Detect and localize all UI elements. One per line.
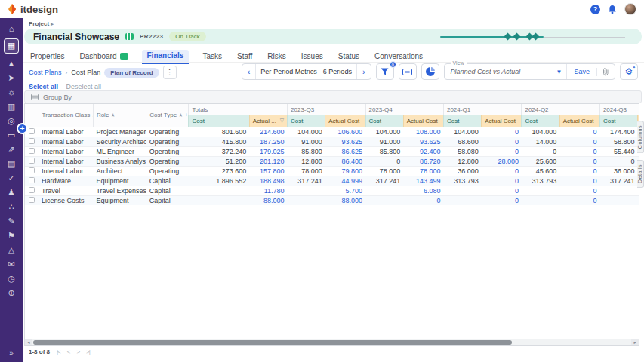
sidebar-item-trend-icon[interactable]: ⇗	[4, 145, 19, 154]
cost-column-header[interactable]: Cost	[443, 115, 481, 127]
actual-cost-value-cell[interactable]: 0	[559, 195, 599, 205]
actual-cost-value-cell[interactable]: 0	[559, 127, 599, 137]
actual-cost-value-cell[interactable]: 11.780	[249, 186, 287, 195]
project-health-badge-icon[interactable]	[125, 33, 134, 40]
columns-panel-tab[interactable]: Columns	[637, 121, 644, 153]
scroll-right-icon[interactable]: ▸	[631, 339, 639, 345]
actual-cost-value-cell[interactable]: 108.000	[403, 127, 443, 137]
add-column-icon[interactable]: +	[185, 112, 188, 118]
sidebar-item-clipboard-icon[interactable]: ▤	[4, 159, 19, 168]
view-dropdown-caret-icon[interactable]: ▼	[556, 69, 567, 75]
actual-cost-value-cell[interactable]: 214.600	[249, 127, 287, 137]
actual-cost-value-cell[interactable]: 93.625	[325, 137, 365, 146]
actual-cost-value-cell[interactable]: 187.250	[249, 137, 287, 146]
actual-cost-column-header[interactable]: Actual Cost	[559, 115, 599, 127]
sidebar-item-portfolio-icon[interactable]: ▲	[4, 59, 19, 68]
row-checkbox[interactable]	[29, 158, 35, 164]
actual-cost-value-cell[interactable]: 0	[559, 156, 599, 166]
sidebar-item-apps-grid-icon[interactable]: ▦	[4, 38, 19, 54]
actual-cost-value-cell[interactable]: 157.800	[249, 166, 287, 176]
actual-cost-value-cell[interactable]: 86.720	[403, 156, 443, 166]
help-icon[interactable]: ?	[590, 5, 600, 14]
sidebar-item-globe-icon[interactable]: ⊕	[4, 288, 19, 297]
period-next-button[interactable]: ›	[357, 67, 371, 76]
sidebar-item-clock-icon[interactable]: ◷	[4, 274, 19, 283]
sidebar-item-home-icon[interactable]: ⌂	[4, 24, 19, 33]
sidebar-item-target-icon[interactable]: ◎	[4, 116, 19, 125]
actual-cost-value-cell[interactable]: 0	[482, 166, 522, 176]
row-checkbox[interactable]	[29, 197, 35, 203]
actual-cost-value-cell[interactable]	[638, 195, 639, 205]
actual-cost-column-header[interactable]: Actual Cost	[403, 115, 443, 127]
sidebar-item-user-icon[interactable]: ♟	[4, 188, 19, 197]
actual-cost-value-cell[interactable]: 0	[482, 127, 522, 137]
first-page-icon[interactable]: |<	[57, 348, 60, 355]
cost-column-header[interactable]: Cost	[365, 115, 403, 127]
actual-cost-value-cell[interactable]: 0	[559, 137, 599, 146]
breadcrumb[interactable]: Project ▸	[29, 20, 54, 27]
details-panel-tab[interactable]: Details	[637, 160, 644, 188]
sidebar-item-tasks-check-icon[interactable]: ✓	[4, 173, 19, 183]
actual-cost-value-cell[interactable]: 0	[482, 186, 522, 195]
actual-cost-value-cell[interactable]: 86.625	[325, 146, 365, 156]
period-prev-button[interactable]: ‹	[242, 67, 256, 76]
actual-cost-column-header[interactable]: Actual Cost	[325, 115, 365, 127]
actual-cost-value-cell[interactable]: 5.700	[325, 186, 365, 195]
next-page-icon[interactable]: >	[76, 348, 79, 355]
save-button[interactable]: Save	[566, 64, 596, 79]
row-checkbox[interactable]	[29, 148, 35, 154]
settings-button[interactable]: ⚙ ✦	[620, 63, 638, 80]
chart-view-button[interactable]	[421, 63, 439, 80]
sidebar-item-hierarchy-icon[interactable]: △	[4, 245, 19, 254]
row-checkbox[interactable]	[29, 177, 35, 183]
row-checkbox[interactable]	[29, 138, 35, 144]
actual-cost-value-cell[interactable]: 78.000	[403, 166, 443, 176]
select-all-link[interactable]: Select all	[29, 83, 58, 90]
actual-cost-value-cell[interactable]: 201.120	[249, 156, 287, 166]
actual-cost-value-cell[interactable]: 0	[403, 195, 443, 205]
actual-cost-value-cell[interactable]: 88.000	[249, 195, 287, 205]
add-row-button[interactable]: +	[17, 123, 28, 134]
scroll-left-icon[interactable]: ◂	[25, 339, 32, 345]
view-selected-value[interactable]: Planned Cost vs Actual	[445, 68, 556, 75]
sidebar-item-idea-icon[interactable]: ☼	[4, 87, 19, 97]
breadcrumb-cost-plans[interactable]: Cost Plans	[29, 69, 62, 76]
row-checkbox[interactable]	[29, 187, 35, 193]
cost-column-header[interactable]: Cost	[288, 115, 325, 127]
horizontal-scrollbar[interactable]: ◂ ▸	[25, 339, 639, 345]
actual-cost-column-header[interactable]: Actual Cost	[482, 115, 522, 127]
period-selector-label[interactable]: Per-Period Metrics - 6 Periods	[255, 64, 357, 79]
actual-cost-value-cell[interactable]: 0	[482, 137, 522, 146]
bell-icon[interactable]	[608, 5, 617, 14]
actual-cost-value-cell[interactable]: 86.400	[325, 156, 365, 166]
actual-cost-value-cell[interactable]: 0	[559, 146, 599, 156]
actual-cost-value-cell[interactable]: 143.499	[403, 176, 443, 186]
actual-cost-value-cell[interactable]: 0	[559, 176, 599, 186]
row-checkbox[interactable]	[29, 167, 35, 173]
actual-cost-value-cell[interactable]: 93.625	[403, 137, 443, 146]
cost-column-header[interactable]: Cost	[599, 115, 637, 127]
actual-cost-value-cell[interactable]: 0	[482, 176, 522, 186]
currency-display-button[interactable]	[399, 63, 417, 80]
sidebar-item-document-edit-icon[interactable]: ✎	[4, 216, 19, 225]
sidebar-item-org-chart-icon[interactable]: ∴	[4, 202, 19, 211]
actual-cost-value-cell[interactable]: 28.000	[482, 156, 522, 166]
breadcrumb-project[interactable]: Project	[29, 20, 49, 27]
last-page-icon[interactable]: >|	[86, 348, 90, 355]
actual-cost-value-cell[interactable]: 88.000	[325, 195, 365, 205]
sidebar-item-monitor-icon[interactable]: ▭	[4, 130, 19, 140]
sidebar-item-note-icon[interactable]: ✉	[4, 259, 19, 268]
cost-column-header[interactable]: Cost	[189, 115, 249, 127]
actual-cost-value-cell[interactable]: 0	[559, 166, 599, 176]
scrollbar-thumb[interactable]	[33, 340, 512, 345]
sidebar-item-bar-chart-icon[interactable]: ▥	[4, 102, 19, 111]
deselect-all-link[interactable]: Deselect all	[66, 83, 102, 90]
kebab-menu-button[interactable]: ⋮	[163, 66, 177, 79]
column-filter-icon[interactable]: ▽	[280, 118, 284, 124]
sidebar-item-rocket-icon[interactable]: ➤	[4, 73, 19, 82]
actual-cost-value-cell[interactable]: 79.800	[325, 166, 365, 176]
user-avatar[interactable]	[624, 3, 636, 15]
column-header-role[interactable]: Role ★	[93, 104, 146, 127]
actual-cost-value-cell[interactable]: 0	[482, 146, 522, 156]
filter-button[interactable]: 0	[376, 63, 394, 80]
